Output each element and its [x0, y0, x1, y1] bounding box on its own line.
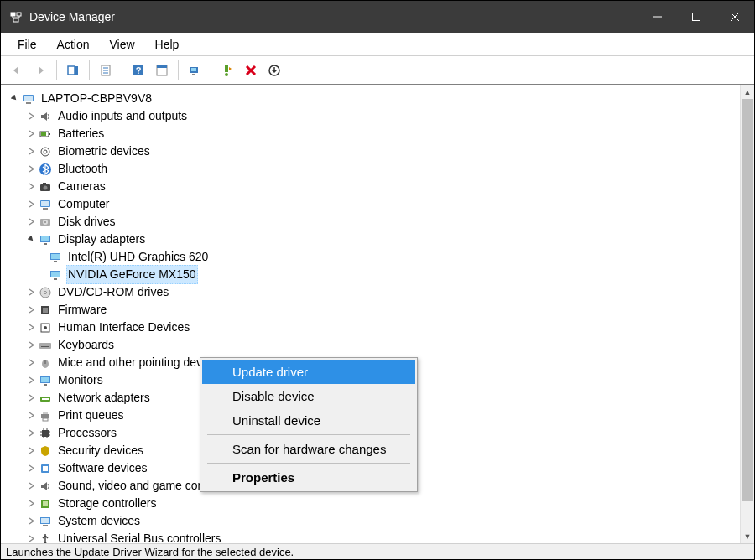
expander-icon[interactable] — [24, 356, 38, 370]
category-label: Security devices — [56, 441, 145, 460]
svg-rect-67 — [42, 398, 49, 400]
tree-category-row[interactable]: Cameras — [8, 178, 754, 195]
category-label: Biometric devices — [56, 142, 152, 161]
svg-point-31 — [41, 148, 49, 156]
tree-category-row[interactable]: Firmware — [8, 301, 754, 319]
expander-icon[interactable] — [24, 163, 38, 176]
action-button[interactable] — [151, 60, 173, 81]
menu-file[interactable]: File — [8, 34, 47, 54]
svg-rect-18 — [191, 68, 196, 71]
svg-rect-1 — [17, 13, 21, 16]
expander-icon[interactable] — [24, 233, 38, 246]
toolbar: ? — [1, 56, 754, 85]
tree-category-row[interactable]: Universal Serial Bus controllers — [8, 530, 754, 543]
battery-icon — [38, 127, 53, 142]
tree-category-row[interactable]: Batteries — [8, 125, 754, 143]
expander-icon[interactable] — [24, 110, 38, 123]
tree-category-row[interactable]: Storage controllers — [8, 495, 754, 512]
toolbar-separator — [211, 60, 211, 80]
device-label: Intel(R) UHD Graphics 620 — [66, 247, 210, 267]
expander-icon[interactable] — [24, 409, 38, 423]
help-button[interactable]: ? — [128, 60, 149, 81]
tree-category-row[interactable]: Computer — [8, 195, 754, 213]
tree-category-row[interactable]: Bluetooth — [8, 160, 754, 178]
tree-device-row[interactable]: Intel(R) UHD Graphics 620 — [8, 248, 754, 266]
expander-icon[interactable] — [24, 515, 38, 528]
expander-icon[interactable] — [24, 391, 38, 405]
svg-rect-59 — [41, 345, 49, 345]
svg-point-57 — [44, 326, 47, 329]
monitor-icon — [38, 373, 53, 388]
status-text: Launches the Update Driver Wizard for th… — [6, 546, 294, 558]
tree-category-row[interactable]: Biometric devices — [8, 143, 754, 160]
show-hide-tree-button[interactable] — [62, 60, 84, 81]
expander-icon[interactable] — [24, 532, 38, 544]
svg-rect-60 — [41, 346, 49, 347]
security-icon — [38, 443, 53, 459]
close-button[interactable] — [716, 1, 754, 33]
forward-button[interactable] — [29, 60, 51, 81]
properties-button[interactable] — [95, 60, 117, 81]
tree-root-label: LAPTOP-CBPBV9V8 — [39, 89, 154, 108]
scroll-up-icon[interactable]: ▲ — [741, 85, 754, 99]
tree-category-row[interactable]: Display adapters — [8, 231, 754, 248]
menu-help[interactable]: Help — [145, 34, 190, 54]
expander-icon[interactable] — [24, 180, 38, 194]
scroll-down-icon[interactable]: ▼ — [741, 529, 754, 543]
menu-action[interactable]: Action — [47, 34, 100, 54]
context-uninstall-device[interactable]: Uninstall device — [202, 408, 415, 433]
tree-category-row[interactable]: Human Interface Devices — [8, 319, 754, 336]
svg-point-53 — [44, 291, 47, 293]
uninstall-button[interactable] — [240, 60, 262, 81]
tree-category-row[interactable]: Disk drives — [8, 213, 754, 231]
tree-category-row[interactable]: DVD/CD-ROM drives — [8, 283, 754, 301]
expander-icon[interactable] — [24, 462, 38, 475]
expander-icon[interactable] — [24, 374, 38, 387]
vertical-scrollbar[interactable]: ▲ ▼ — [740, 85, 754, 543]
dvd-icon — [38, 285, 53, 300]
disk-icon — [38, 215, 53, 230]
expander-icon[interactable] — [24, 480, 38, 493]
expander-icon[interactable] — [24, 444, 38, 458]
expander-icon[interactable] — [24, 145, 38, 158]
context-update-driver[interactable]: Update driver — [202, 360, 415, 384]
expander-icon[interactable] — [24, 303, 38, 317]
category-label: Software devices — [56, 459, 149, 478]
svg-rect-50 — [51, 272, 60, 277]
back-button[interactable] — [6, 60, 28, 81]
category-label: Keyboards — [56, 335, 116, 355]
expander-icon[interactable] — [24, 127, 38, 141]
expander-icon[interactable] — [24, 286, 38, 299]
expander-icon[interactable] — [24, 427, 38, 440]
context-disable-device[interactable]: Disable device — [202, 384, 415, 408]
tree-device-row[interactable]: NVIDIA GeForce MX150 — [8, 266, 754, 283]
context-separator — [207, 434, 410, 435]
context-properties[interactable]: Properties — [202, 465, 415, 490]
menu-view[interactable]: View — [99, 34, 144, 54]
minimize-button[interactable] — [638, 1, 677, 33]
expander-icon[interactable] — [8, 92, 21, 106]
expander-icon[interactable] — [24, 339, 38, 352]
expander-icon[interactable] — [24, 198, 38, 211]
context-scan-hardware[interactable]: Scan for hardware changes — [202, 437, 415, 461]
tree-category-row[interactable]: Audio inputs and outputs — [8, 107, 754, 125]
svg-rect-7 — [68, 66, 75, 75]
expander-icon[interactable] — [24, 497, 38, 511]
category-label: Display adapters — [56, 230, 147, 249]
menubar: File Action View Help — [1, 33, 754, 56]
disable-button[interactable] — [263, 60, 285, 81]
tree-category-row[interactable]: Keyboards — [8, 336, 754, 354]
tree-root-row[interactable]: LAPTOP-CBPBV9V8 — [8, 90, 754, 107]
tree-category-row[interactable]: System devices — [8, 512, 754, 530]
scroll-thumb[interactable] — [742, 99, 753, 501]
update-driver-button[interactable] — [216, 60, 238, 81]
expander-icon[interactable] — [24, 321, 38, 334]
svg-rect-65 — [44, 384, 47, 386]
scan-hardware-button[interactable] — [184, 60, 206, 81]
maximize-button[interactable] — [677, 1, 716, 33]
computer-root-icon — [21, 91, 36, 106]
expander-icon[interactable] — [24, 215, 38, 229]
software-icon — [38, 461, 53, 476]
svg-rect-30 — [41, 132, 46, 136]
svg-rect-4 — [693, 13, 700, 21]
